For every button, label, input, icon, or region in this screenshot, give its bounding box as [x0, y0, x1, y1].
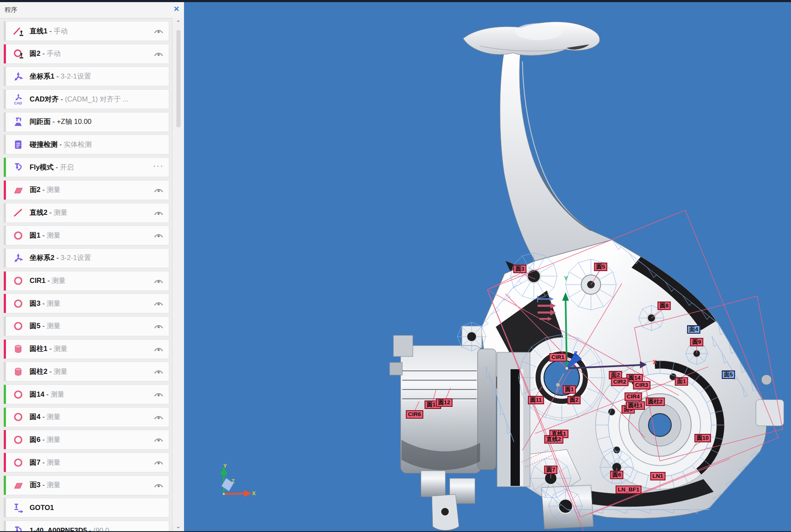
row-label: 圆6 - 测量 — [30, 435, 60, 444]
feature-label-圆10[interactable]: 圆10 — [695, 434, 711, 442]
program-row-直线1[interactable]: 直线1 - 手动 — [3, 21, 169, 41]
line-icon — [11, 206, 25, 220]
program-row-碰撞检测[interactable]: 碰撞检测 - 实体检测 — [3, 134, 169, 154]
program-row-坐标系1[interactable]: 坐标系1 - 3-2-1设置 — [3, 66, 169, 86]
circle-icon — [11, 228, 25, 243]
program-row-1-40_A00PNF3D5[interactable]: 1-40_A00PNF3D5 - (90.0 — [3, 521, 169, 531]
visibility-eye-icon[interactable] — [154, 226, 164, 245]
visibility-eye-icon[interactable] — [154, 22, 164, 41]
row-label: 圆2 - 手动 — [30, 49, 60, 58]
feature-label-圆3[interactable]: 圆3 — [513, 265, 526, 273]
row-label: 碰撞检测 - 实体检测 — [30, 140, 92, 149]
visibility-eye-icon[interactable] — [154, 362, 164, 381]
feature-label-LN1[interactable]: LN1 — [650, 472, 665, 480]
program-row-面2[interactable]: 面2 - 测量 — [3, 180, 169, 200]
feature-label-圆11[interactable]: 圆11 — [528, 396, 544, 404]
program-row-圆6[interactable]: 圆6 - 测量 — [3, 430, 169, 450]
visibility-eye-icon[interactable] — [154, 317, 164, 336]
status-accent-bar — [4, 317, 6, 336]
feature-label-圆9[interactable]: 圆9 — [690, 338, 703, 346]
visibility-eye-icon[interactable] — [154, 340, 164, 359]
feature-label-面4[interactable]: 面4 — [687, 325, 700, 334]
program-row-圆柱2[interactable]: 圆柱2 - 测量 — [3, 362, 169, 381]
status-accent-bar — [4, 112, 6, 132]
circle-icon — [11, 387, 25, 402]
feature-label-面5[interactable]: 面5 — [722, 370, 735, 379]
program-row-圆7[interactable]: 圆7 - 测量 — [3, 452, 169, 472]
more-options-icon[interactable]: ··· — [153, 158, 164, 177]
status-accent-bar — [4, 90, 6, 109]
visibility-eye-icon[interactable] — [154, 453, 164, 472]
program-row-圆4[interactable]: 圆4 - 测量 — [3, 407, 169, 427]
program-row-面3[interactable]: 面3 - 测量 — [3, 475, 169, 495]
feature-label-CIR1[interactable]: CIR1 — [549, 353, 567, 362]
program-row-CIR1[interactable]: CIR1 - 测量 — [3, 271, 169, 291]
row-label: 圆柱2 - 测量 — [30, 367, 68, 376]
feature-label-面1[interactable]: 面1 — [675, 377, 688, 386]
program-row-CAD对齐[interactable]: CADCAD对齐 - (CADM_1) 对齐于 ... — [3, 89, 169, 109]
visibility-eye-icon[interactable] — [154, 181, 164, 200]
program-row-圆5[interactable]: 圆5 - 测量 — [3, 316, 169, 336]
feature-label-CIR2[interactable]: CIR2 — [611, 378, 629, 386]
feature-label-CIR4[interactable]: CIR4 — [625, 392, 642, 401]
sidebar-scrollbar[interactable]: ⌃ ⌄ — [172, 18, 184, 531]
program-row-Fly模式[interactable]: Fly模式 - 开启··· — [3, 157, 169, 177]
scroll-up-icon[interactable]: ⌃ — [173, 19, 184, 26]
program-row-坐标系2[interactable]: 坐标系2 - 3-2-1设置 — [3, 248, 169, 268]
visibility-eye-icon[interactable] — [154, 294, 164, 313]
status-accent-bar — [4, 294, 6, 313]
circle-probe-icon — [11, 47, 25, 61]
3d-viewport-canvas[interactable] — [184, 2, 791, 531]
row-label: 圆1 - 测量 — [30, 231, 60, 240]
status-accent-bar — [4, 408, 6, 427]
cylinder-icon — [11, 365, 25, 379]
program-row-间距面[interactable]: 间距面 - +Z轴 10.00 — [3, 112, 169, 132]
program-row-直线2[interactable]: 直线2 - 测量 — [3, 203, 169, 223]
status-accent-bar — [4, 181, 6, 200]
program-row-圆2[interactable]: 圆2 - 手动 — [3, 44, 169, 64]
3d-viewport[interactable]: 圆3圆5圆8面4圆9面5面1圆14CIR3CIR4面3圆柱1圆柱2面2CIR2C… — [184, 2, 791, 531]
feature-label-圆5[interactable]: 圆5 — [594, 263, 607, 271]
offset-icon — [11, 115, 25, 129]
plane-icon — [11, 478, 25, 492]
close-icon[interactable]: ✕ — [172, 5, 181, 14]
program-row-圆柱1[interactable]: 圆柱1 - 测量 — [3, 339, 169, 359]
scroll-down-icon[interactable]: ⌄ — [173, 523, 184, 529]
feature-label-圆柱2[interactable]: 圆柱2 — [646, 398, 665, 406]
visibility-eye-icon[interactable] — [154, 430, 164, 449]
cylinder-icon — [11, 342, 25, 356]
status-accent-bar — [4, 453, 6, 472]
feature-label-LN_BF1[interactable]: LN_BF1 — [615, 485, 641, 494]
feature-label-直线2[interactable]: 直线2 — [544, 435, 563, 444]
visibility-eye-icon[interactable] — [154, 203, 164, 222]
feature-label-圆柱1[interactable]: 圆柱1 — [626, 401, 645, 410]
svg-text:CAD: CAD — [14, 101, 22, 104]
program-row-GOTO1[interactable]: GOTO1 — [3, 498, 169, 518]
visibility-eye-icon[interactable] — [154, 476, 164, 495]
feature-label-圆7[interactable]: 圆7 — [544, 466, 557, 474]
visibility-eye-icon[interactable] — [154, 385, 164, 404]
feature-label-圆6[interactable]: 圆6 — [610, 471, 623, 479]
row-label: 面2 - 测量 — [30, 185, 60, 195]
program-row-圆3[interactable]: 圆3 - 测量 — [3, 293, 169, 313]
program-sidebar: 程序 ✕ 直线1 - 手动圆2 - 手动坐标系1 - 3-2-1设置CADCAD… — [0, 2, 184, 531]
row-label: 圆5 - 测量 — [30, 321, 60, 331]
row-label: 坐标系1 - 3-2-1设置 — [30, 72, 91, 81]
feature-label-CIR6[interactable]: CIR6 — [406, 410, 423, 419]
row-label: 圆14 - 测量 — [30, 390, 65, 399]
row-label: CAD对齐 - (CADM_1) 对齐于 ... — [30, 95, 129, 104]
program-row-圆14[interactable]: 圆14 - 测量 — [3, 384, 169, 404]
feature-label-圆2[interactable]: 圆2 — [567, 396, 580, 404]
feature-label-圆8[interactable]: 圆8 — [657, 302, 670, 310]
goto-icon — [11, 501, 25, 515]
feature-label-圆1[interactable]: 圆1 — [563, 385, 576, 394]
circle-icon — [11, 319, 25, 333]
visibility-eye-icon[interactable] — [154, 44, 164, 63]
visibility-eye-icon[interactable] — [154, 408, 164, 427]
circle-icon — [11, 455, 25, 470]
feature-label-CIR3[interactable]: CIR3 — [633, 381, 651, 389]
scrollbar-thumb[interactable] — [176, 30, 181, 127]
program-row-圆1[interactable]: 圆1 - 测量 — [3, 225, 169, 245]
visibility-eye-icon[interactable] — [154, 271, 164, 291]
feature-label-圆12[interactable]: 圆12 — [436, 398, 453, 407]
